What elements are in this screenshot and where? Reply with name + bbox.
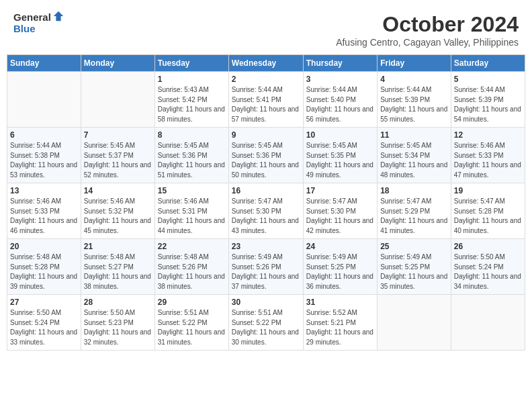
day-number: 3: [306, 75, 374, 84]
day-detail: Sunrise: 5:47 AMSunset: 5:28 PMDaylight:…: [454, 197, 522, 236]
calendar-cell: 27Sunrise: 5:50 AMSunset: 5:24 PMDayligh…: [7, 295, 81, 351]
calendar-cell: 20Sunrise: 5:48 AMSunset: 5:28 PMDayligh…: [7, 239, 81, 295]
day-number: 4: [380, 75, 448, 84]
day-number: 9: [232, 130, 300, 140]
day-detail: Sunrise: 5:48 AMSunset: 5:27 PMDaylight:…: [84, 253, 152, 291]
day-number: 24: [306, 242, 374, 251]
calendar-cell: 5Sunrise: 5:44 AMSunset: 5:39 PMDaylight…: [451, 72, 525, 128]
calendar-cell: 8Sunrise: 5:45 AMSunset: 5:36 PMDaylight…: [154, 128, 228, 183]
calendar-cell: 24Sunrise: 5:49 AMSunset: 5:25 PMDayligh…: [303, 239, 377, 295]
calendar-cell: 31Sunrise: 5:52 AMSunset: 5:21 PMDayligh…: [303, 295, 377, 351]
svg-marker-0: [54, 11, 63, 21]
col-saturday: Saturday: [451, 55, 525, 72]
day-number: 6: [10, 130, 78, 140]
calendar-cell: [7, 72, 81, 128]
day-detail: Sunrise: 5:46 AMSunset: 5:32 PMDaylight:…: [84, 197, 152, 236]
title-block: October 2024 Afusing Centro, Cagayan Val…: [336, 12, 519, 48]
calendar-cell: 25Sunrise: 5:49 AMSunset: 5:25 PMDayligh…: [378, 239, 451, 295]
calendar-cell: [451, 295, 525, 351]
day-number: 29: [158, 298, 226, 307]
calendar-week-4: 20Sunrise: 5:48 AMSunset: 5:28 PMDayligh…: [7, 239, 525, 295]
logo-blue-text: Blue: [13, 24, 64, 35]
day-detail: Sunrise: 5:50 AMSunset: 5:24 PMDaylight:…: [454, 253, 522, 291]
day-detail: Sunrise: 5:45 AMSunset: 5:35 PMDaylight:…: [306, 141, 374, 180]
calendar-cell: 14Sunrise: 5:46 AMSunset: 5:32 PMDayligh…: [81, 183, 154, 239]
calendar-cell: 1Sunrise: 5:43 AMSunset: 5:42 PMDaylight…: [154, 72, 228, 128]
day-detail: Sunrise: 5:46 AMSunset: 5:33 PMDaylight:…: [10, 197, 78, 236]
day-detail: Sunrise: 5:43 AMSunset: 5:42 PMDaylight:…: [158, 85, 226, 124]
day-number: 26: [454, 242, 522, 251]
day-number: 30: [232, 298, 300, 307]
day-detail: Sunrise: 5:51 AMSunset: 5:22 PMDaylight:…: [232, 308, 300, 347]
day-detail: Sunrise: 5:48 AMSunset: 5:26 PMDaylight:…: [158, 253, 226, 291]
day-detail: Sunrise: 5:49 AMSunset: 5:25 PMDaylight:…: [380, 253, 448, 291]
col-wednesday: Wednesday: [228, 55, 303, 72]
calendar-cell: 18Sunrise: 5:47 AMSunset: 5:29 PMDayligh…: [378, 183, 451, 239]
calendar-week-5: 27Sunrise: 5:50 AMSunset: 5:24 PMDayligh…: [7, 295, 525, 351]
day-detail: Sunrise: 5:49 AMSunset: 5:26 PMDaylight:…: [232, 253, 300, 291]
page-header: General Blue October 2024 Afusing Centro…: [7, 7, 525, 50]
calendar-cell: 3Sunrise: 5:44 AMSunset: 5:40 PMDaylight…: [303, 72, 377, 128]
day-detail: Sunrise: 5:44 AMSunset: 5:39 PMDaylight:…: [380, 85, 448, 124]
day-number: 7: [84, 130, 152, 140]
day-number: 2: [232, 75, 300, 84]
day-detail: Sunrise: 5:45 AMSunset: 5:36 PMDaylight:…: [158, 141, 226, 180]
calendar-header: Sunday Monday Tuesday Wednesday Thursday…: [7, 55, 525, 72]
day-detail: Sunrise: 5:46 AMSunset: 5:33 PMDaylight:…: [454, 141, 522, 180]
day-number: 10: [306, 130, 374, 140]
calendar-body: 1Sunrise: 5:43 AMSunset: 5:42 PMDaylight…: [7, 72, 525, 351]
calendar-cell: [81, 72, 154, 128]
calendar-table: Sunday Monday Tuesday Wednesday Thursday…: [7, 54, 525, 351]
calendar-cell: 6Sunrise: 5:44 AMSunset: 5:38 PMDaylight…: [7, 128, 81, 183]
calendar-week-1: 1Sunrise: 5:43 AMSunset: 5:42 PMDaylight…: [7, 72, 525, 128]
day-number: 11: [380, 130, 448, 140]
day-number: 20: [10, 242, 78, 251]
day-number: 16: [232, 186, 300, 195]
calendar-cell: 15Sunrise: 5:46 AMSunset: 5:31 PMDayligh…: [154, 183, 228, 239]
calendar-cell: 11Sunrise: 5:45 AMSunset: 5:34 PMDayligh…: [378, 128, 451, 183]
day-detail: Sunrise: 5:46 AMSunset: 5:31 PMDaylight:…: [158, 197, 226, 236]
col-sunday: Sunday: [7, 55, 81, 72]
day-number: 22: [158, 242, 226, 251]
calendar-cell: 19Sunrise: 5:47 AMSunset: 5:28 PMDayligh…: [451, 183, 525, 239]
day-detail: Sunrise: 5:44 AMSunset: 5:41 PMDaylight:…: [232, 85, 300, 124]
day-detail: Sunrise: 5:44 AMSunset: 5:40 PMDaylight:…: [306, 85, 374, 124]
calendar-cell: [378, 295, 451, 351]
day-number: 12: [454, 130, 522, 140]
logo-general-text: General: [13, 12, 51, 24]
day-number: 27: [10, 298, 78, 307]
calendar-cell: 23Sunrise: 5:49 AMSunset: 5:26 PMDayligh…: [228, 239, 303, 295]
day-number: 21: [84, 242, 152, 251]
calendar-cell: 9Sunrise: 5:45 AMSunset: 5:36 PMDaylight…: [228, 128, 303, 183]
calendar-cell: 4Sunrise: 5:44 AMSunset: 5:39 PMDaylight…: [378, 72, 451, 128]
day-detail: Sunrise: 5:44 AMSunset: 5:39 PMDaylight:…: [454, 85, 522, 124]
day-number: 31: [306, 298, 374, 307]
day-detail: Sunrise: 5:47 AMSunset: 5:30 PMDaylight:…: [306, 197, 374, 236]
logo: General Blue: [13, 12, 64, 34]
calendar-week-3: 13Sunrise: 5:46 AMSunset: 5:33 PMDayligh…: [7, 183, 525, 239]
col-tuesday: Tuesday: [154, 55, 228, 72]
calendar-cell: 16Sunrise: 5:47 AMSunset: 5:30 PMDayligh…: [228, 183, 303, 239]
day-detail: Sunrise: 5:50 AMSunset: 5:24 PMDaylight:…: [10, 308, 78, 347]
day-number: 8: [158, 130, 226, 140]
calendar-cell: 21Sunrise: 5:48 AMSunset: 5:27 PMDayligh…: [81, 239, 154, 295]
day-number: 1: [158, 75, 226, 84]
day-detail: Sunrise: 5:45 AMSunset: 5:37 PMDaylight:…: [84, 141, 152, 180]
day-detail: Sunrise: 5:47 AMSunset: 5:29 PMDaylight:…: [380, 197, 448, 236]
header-row: Sunday Monday Tuesday Wednesday Thursday…: [7, 55, 525, 72]
calendar-title: October 2024: [336, 12, 519, 37]
day-number: 13: [10, 186, 78, 195]
day-number: 18: [380, 186, 448, 195]
col-monday: Monday: [81, 55, 154, 72]
calendar-cell: 13Sunrise: 5:46 AMSunset: 5:33 PMDayligh…: [7, 183, 81, 239]
day-detail: Sunrise: 5:50 AMSunset: 5:23 PMDaylight:…: [84, 308, 152, 347]
day-detail: Sunrise: 5:45 AMSunset: 5:34 PMDaylight:…: [380, 141, 448, 180]
day-number: 14: [84, 186, 152, 195]
col-friday: Friday: [378, 55, 451, 72]
day-detail: Sunrise: 5:49 AMSunset: 5:25 PMDaylight:…: [306, 253, 374, 291]
logo-icon: [52, 10, 64, 22]
calendar-week-2: 6Sunrise: 5:44 AMSunset: 5:38 PMDaylight…: [7, 128, 525, 183]
calendar-cell: 7Sunrise: 5:45 AMSunset: 5:37 PMDaylight…: [81, 128, 154, 183]
calendar-cell: 22Sunrise: 5:48 AMSunset: 5:26 PMDayligh…: [154, 239, 228, 295]
day-number: 17: [306, 186, 374, 195]
